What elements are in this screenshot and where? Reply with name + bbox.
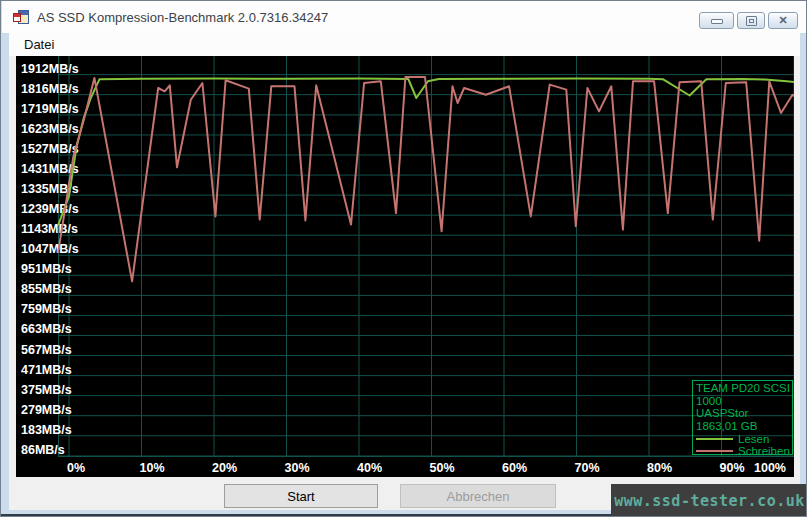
x-tick-label: 40% [357, 461, 382, 475]
series-line-lesen [58, 79, 794, 226]
y-tick-label: 375MB/s [21, 383, 72, 397]
y-tick-label: 86MB/s [21, 443, 65, 457]
y-tick-label: 567MB/s [21, 343, 72, 357]
x-tick-label: 30% [285, 461, 310, 475]
write-line-sample [696, 450, 733, 452]
legend-entry-write: Schreiben [696, 445, 792, 455]
y-tick-label: 951MB/s [21, 262, 72, 276]
legend-capacity: 1863,01 GB [696, 420, 792, 433]
y-tick-label: 759MB/s [21, 302, 72, 316]
legend-driver: UASPStor [696, 407, 792, 420]
legend-device-firmware: 1000 [696, 395, 792, 408]
read-label: Lesen [738, 433, 769, 445]
x-tick-label: 0% [67, 461, 85, 475]
x-tick-label: 90% [720, 461, 745, 475]
x-tick-label: 100% [754, 461, 786, 475]
series-line-schreiben [58, 77, 794, 282]
maximize-button[interactable] [737, 12, 765, 29]
chart-legend: TEAM PD20 SCSI D 1000 UASPStor 1863,01 G… [692, 380, 793, 455]
x-tick-label: 10% [140, 461, 165, 475]
y-tick-label: 471MB/s [21, 363, 72, 377]
x-tick-label: 80% [647, 461, 672, 475]
start-button[interactable]: Start [224, 484, 378, 508]
watermark: www.ssd-tester.co.uk [611, 484, 807, 517]
y-tick-label: 1047MB/s [21, 242, 79, 256]
y-tick-label: 1912MB/s [21, 62, 79, 76]
menu-item-datei[interactable]: Datei [18, 33, 60, 56]
read-line-sample [696, 438, 733, 440]
y-tick-label: 279MB/s [21, 403, 72, 417]
close-button[interactable]: ✕ [768, 12, 798, 29]
y-tick-label: 1719MB/s [21, 102, 79, 116]
y-tick-label: 1527MB/s [21, 142, 79, 156]
chart-canvas: 1912MB/s1816MB/s1719MB/s1623MB/s1527MB/s… [16, 56, 794, 477]
minimize-icon [711, 19, 723, 24]
app-window: AS SSD Kompression-Benchmark 2.0.7316.34… [0, 0, 807, 517]
write-label: Schreiben [738, 445, 790, 456]
watermark-text: www.ssd-tester.co.uk [614, 492, 805, 510]
app-icon-red-square [13, 13, 21, 22]
y-tick-label: 1623MB/s [21, 122, 79, 136]
window-controls: ✕ [696, 12, 798, 29]
menu-bar: Datei [9, 33, 800, 56]
cancel-button[interactable]: Abbrechen [400, 484, 556, 508]
x-tick-label: 70% [575, 461, 600, 475]
x-tick-label: 50% [430, 461, 455, 475]
title-bar: AS SSD Kompression-Benchmark 2.0.7316.34… [2, 1, 807, 33]
legend-entry-read: Lesen [696, 433, 792, 444]
legend-device-name: TEAM PD20 SCSI D [696, 382, 792, 395]
y-tick-label: 1816MB/s [21, 82, 79, 96]
y-tick-label: 1239MB/s [21, 202, 79, 216]
maximize-icon [746, 16, 757, 26]
close-icon: ✕ [769, 13, 797, 28]
window-title: AS SSD Kompression-Benchmark 2.0.7316.34… [37, 10, 328, 25]
y-tick-label: 1143MB/s [21, 222, 78, 236]
benchmark-chart: 1912MB/s1816MB/s1719MB/s1623MB/s1527MB/s… [16, 56, 794, 477]
y-tick-label: 855MB/s [21, 282, 72, 296]
x-tick-label: 20% [212, 461, 237, 475]
x-tick-label: 60% [502, 461, 527, 475]
y-tick-label: 663MB/s [21, 322, 72, 336]
y-tick-label: 183MB/s [21, 423, 72, 437]
minimize-button[interactable] [699, 12, 734, 29]
app-icon [13, 9, 30, 26]
client-area: Datei 1912MB/s1816MB/s1719MB/s1623MB/s15… [9, 33, 800, 510]
